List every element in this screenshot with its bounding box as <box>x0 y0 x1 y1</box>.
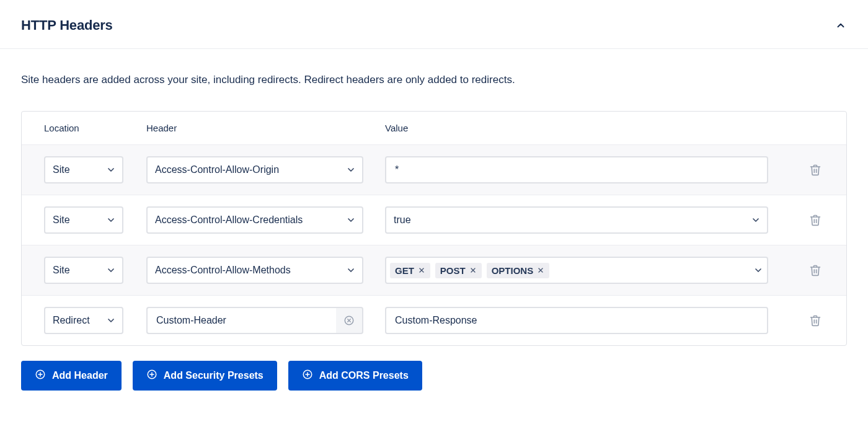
value-input[interactable] <box>386 308 767 333</box>
tag: OPTIONS <box>487 263 550 278</box>
location-select[interactable]: Site <box>44 257 123 284</box>
value-input[interactable] <box>386 157 767 182</box>
header-select-label: Access-Control-Allow-Credentials <box>155 214 303 226</box>
add-security-presets-button[interactable]: Add Security Presets <box>133 361 277 391</box>
location-select-label: Site <box>53 214 70 226</box>
button-label: Add CORS Presets <box>319 370 409 381</box>
chevron-down-icon <box>346 265 356 275</box>
tag-remove[interactable] <box>469 267 477 274</box>
collapse-toggle[interactable] <box>835 19 847 32</box>
location-select[interactable]: Site <box>44 206 123 234</box>
button-label: Add Security Presets <box>164 370 264 381</box>
plus-circle-icon <box>146 369 157 382</box>
table-row: Site Access-Control-Allow-Methods <box>22 245 846 295</box>
close-circle-icon <box>343 315 355 326</box>
header-clear-button[interactable] <box>336 307 363 334</box>
header-input[interactable] <box>148 308 336 333</box>
tag: POST <box>435 263 482 278</box>
section-header: HTTP Headers <box>0 0 868 49</box>
value-input-wrap <box>385 156 768 183</box>
trash-icon <box>809 264 822 276</box>
table-header-row: Location Header Value <box>22 112 846 144</box>
headers-table: Location Header Value Site A <box>21 111 847 346</box>
header-select-label: Access-Control-Allow-Methods <box>155 265 291 276</box>
value-select[interactable]: true <box>385 206 768 234</box>
delete-row-button[interactable] <box>807 312 824 329</box>
chevron-down-icon <box>106 165 116 175</box>
close-icon <box>418 267 425 274</box>
table-row: Site Access-Control-Allow-Credentials <box>22 195 846 245</box>
table-row: Site Access-Control-Allow-Origin <box>22 144 846 195</box>
tag-label: GET <box>395 265 414 276</box>
plus-circle-icon <box>302 369 313 382</box>
chevron-down-icon <box>346 215 356 225</box>
tag: GET <box>390 263 430 278</box>
close-icon <box>469 267 477 274</box>
chevron-up-icon <box>835 20 846 31</box>
location-select[interactable]: Site <box>44 156 123 183</box>
location-select-label: Site <box>53 265 70 276</box>
button-row: Add Header Add Security Presets Add CORS… <box>0 346 868 407</box>
delete-row-button[interactable] <box>807 262 824 279</box>
delete-row-button[interactable] <box>807 161 824 179</box>
location-select-label: Redirect <box>53 315 90 326</box>
delete-row-button[interactable] <box>807 211 824 229</box>
col-header: Header <box>146 123 385 133</box>
chevron-down-icon <box>346 165 356 175</box>
tag-remove[interactable] <box>418 267 425 274</box>
trash-icon <box>809 314 822 327</box>
header-select-label: Access-Control-Allow-Origin <box>155 164 279 175</box>
chevron-down-icon <box>106 215 116 225</box>
header-select[interactable]: Access-Control-Allow-Methods <box>146 257 363 284</box>
location-select-label: Site <box>53 164 70 175</box>
col-location: Location <box>44 123 146 133</box>
tag-label: OPTIONS <box>492 265 534 276</box>
section-description: Site headers are added across your site,… <box>21 74 847 86</box>
chevron-down-icon <box>751 215 761 225</box>
value-input-wrap <box>385 307 768 334</box>
add-header-button[interactable]: Add Header <box>21 361 122 391</box>
location-select[interactable]: Redirect <box>44 307 123 334</box>
value-tags[interactable]: GET POST <box>385 257 768 284</box>
header-select[interactable]: Access-Control-Allow-Origin <box>146 156 363 183</box>
section-title: HTTP Headers <box>21 17 113 33</box>
chevron-down-icon <box>106 316 116 325</box>
trash-icon <box>809 214 822 226</box>
chevron-down-icon <box>753 265 763 275</box>
chevron-down-icon <box>106 265 116 275</box>
value-select-label: true <box>394 214 411 226</box>
plus-circle-icon <box>35 369 46 382</box>
col-value: Value <box>385 123 774 133</box>
close-icon <box>537 267 544 274</box>
table-row: Redirect <box>22 295 846 345</box>
tag-label: POST <box>440 265 466 276</box>
header-input-wrap <box>146 307 336 334</box>
header-select[interactable]: Access-Control-Allow-Credentials <box>146 206 363 234</box>
button-label: Add Header <box>52 370 108 381</box>
add-cors-presets-button[interactable]: Add CORS Presets <box>288 361 422 391</box>
tag-remove[interactable] <box>537 267 544 274</box>
trash-icon <box>809 164 822 176</box>
